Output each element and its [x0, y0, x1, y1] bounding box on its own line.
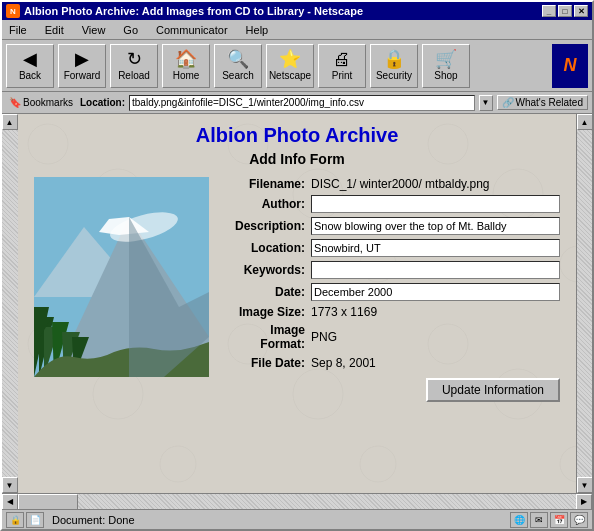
- filename-value: DISC_1/ winter2000/ mtbaldy.png: [311, 177, 490, 191]
- minimize-button[interactable]: _: [542, 5, 556, 17]
- reload-label: Reload: [118, 70, 150, 81]
- reload-button[interactable]: ↻ Reload: [110, 44, 158, 88]
- status-icons: 🔒 📄: [6, 512, 44, 528]
- form-fields: Filename: DISC_1/ winter2000/ mtbaldy.pn…: [221, 177, 560, 402]
- update-button[interactable]: Update Information: [426, 378, 560, 402]
- status-right-icon-4: 💬: [570, 512, 588, 528]
- status-text: Document: Done: [52, 514, 506, 526]
- description-row: Description:: [221, 217, 560, 235]
- whats-related-button[interactable]: 🔗 What's Related: [497, 95, 589, 110]
- security-icon: 🔒: [383, 50, 405, 68]
- menu-file[interactable]: File: [6, 23, 30, 37]
- search-button[interactable]: 🔍 Search: [214, 44, 262, 88]
- netscape-label: Netscape: [269, 70, 311, 81]
- scroll-right-button[interactable]: ▶: [576, 494, 592, 510]
- print-label: Print: [332, 70, 353, 81]
- menu-bar: File Edit View Go Communicator Help: [2, 20, 592, 40]
- shop-label: Shop: [434, 70, 457, 81]
- scroll-up-right-button[interactable]: ▲: [577, 114, 593, 130]
- menu-view[interactable]: View: [79, 23, 109, 37]
- right-scrollbar: ▲ ▼: [576, 114, 592, 493]
- status-right-icon-3: 📅: [550, 512, 568, 528]
- menu-go[interactable]: Go: [120, 23, 141, 37]
- date-input[interactable]: [311, 283, 560, 301]
- netscape-button[interactable]: ⭐ Netscape: [266, 44, 314, 88]
- forward-button[interactable]: ▶ Forward: [58, 44, 106, 88]
- netscape-icon: ⭐: [279, 50, 301, 68]
- form-title: Add Info Form: [34, 151, 560, 167]
- file-date-value: Sep 8, 2001: [311, 356, 376, 370]
- menu-communicator[interactable]: Communicator: [153, 23, 231, 37]
- left-scrollbar: ▲ ▼: [2, 114, 18, 493]
- keywords-row: Keywords:: [221, 261, 560, 279]
- maximize-button[interactable]: □: [558, 5, 572, 17]
- image-format-value: PNG: [311, 330, 337, 344]
- back-label: Back: [19, 70, 41, 81]
- title-bar-left: N Albion Photo Archive: Add Images from …: [6, 4, 363, 18]
- location-input[interactable]: [311, 239, 560, 257]
- image-size-row: Image Size: 1773 x 1169: [221, 305, 560, 319]
- location-input[interactable]: [129, 95, 474, 111]
- menu-edit[interactable]: Edit: [42, 23, 67, 37]
- author-row: Author:: [221, 195, 560, 213]
- netscape-logo: N: [552, 44, 588, 88]
- location-label: Location:: [80, 97, 125, 108]
- shop-icon: 🛒: [435, 50, 457, 68]
- menu-help[interactable]: Help: [243, 23, 272, 37]
- bookmarks-button[interactable]: 🔖 Bookmarks: [6, 96, 76, 109]
- description-label: Description:: [221, 219, 311, 233]
- close-button[interactable]: ✕: [574, 5, 588, 17]
- forward-icon: ▶: [75, 50, 89, 68]
- app-icon: N: [6, 4, 20, 18]
- home-label: Home: [173, 70, 200, 81]
- whats-related-label: What's Related: [516, 97, 584, 108]
- h-scroll-thumb[interactable]: [18, 494, 78, 510]
- image-size-label: Image Size:: [221, 305, 311, 319]
- image-format-label: Image Format:: [221, 323, 311, 352]
- status-bar: 🔒 📄 Document: Done 🌐 ✉ 📅 💬: [2, 509, 592, 529]
- author-input[interactable]: [311, 195, 560, 213]
- whats-related-icon: 🔗: [502, 97, 514, 108]
- title-bar: N Albion Photo Archive: Add Images from …: [2, 2, 592, 20]
- back-icon: ◀: [23, 50, 37, 68]
- scroll-down-button[interactable]: ▼: [2, 477, 18, 493]
- forward-label: Forward: [64, 70, 101, 81]
- status-right-icons: 🌐 ✉ 📅 💬: [510, 512, 588, 528]
- status-right-icon-1: 🌐: [510, 512, 528, 528]
- file-date-label: File Date:: [221, 356, 311, 370]
- back-button[interactable]: ◀ Back: [6, 44, 54, 88]
- form-content: Filename: DISC_1/ winter2000/ mtbaldy.pn…: [34, 177, 560, 402]
- location-field-label: Location:: [221, 241, 311, 255]
- date-label: Date:: [221, 285, 311, 299]
- scroll-up-button[interactable]: ▲: [2, 114, 18, 130]
- reload-icon: ↻: [127, 50, 142, 68]
- browser-window: N Albion Photo Archive: Add Images from …: [0, 0, 594, 531]
- date-row: Date:: [221, 283, 560, 301]
- home-button[interactable]: 🏠 Home: [162, 44, 210, 88]
- file-date-row: File Date: Sep 8, 2001: [221, 356, 560, 370]
- h-scroll-track: [18, 494, 576, 510]
- security-label: Security: [376, 70, 412, 81]
- image-size-value: 1773 x 1169: [311, 305, 377, 319]
- scroll-left-button[interactable]: ◀: [2, 494, 18, 510]
- filename-row: Filename: DISC_1/ winter2000/ mtbaldy.pn…: [221, 177, 560, 191]
- scroll-track-left: [2, 130, 18, 477]
- keywords-input[interactable]: [311, 261, 560, 279]
- content-area: ▲ ▼ Albion Photo Archive Add Info Form: [2, 114, 592, 493]
- print-icon: 🖨: [333, 50, 351, 68]
- shop-button[interactable]: 🛒 Shop: [422, 44, 470, 88]
- location-dropdown[interactable]: ▼: [479, 95, 493, 111]
- scroll-track-right: [577, 130, 593, 477]
- print-button[interactable]: 🖨 Print: [318, 44, 366, 88]
- home-icon: 🏠: [175, 50, 197, 68]
- search-icon: 🔍: [227, 50, 249, 68]
- filename-label: Filename:: [221, 177, 311, 191]
- bookmarks-label: Bookmarks: [23, 97, 73, 108]
- image-format-row: Image Format: PNG: [221, 323, 560, 352]
- scroll-down-right-button[interactable]: ▼: [577, 477, 593, 493]
- location-row: Location:: [221, 239, 560, 257]
- mountain-image: [34, 177, 209, 377]
- security-button[interactable]: 🔒 Security: [370, 44, 418, 88]
- toolbar: ◀ Back ▶ Forward ↻ Reload 🏠 Home 🔍 Searc…: [2, 40, 592, 92]
- description-input[interactable]: [311, 217, 560, 235]
